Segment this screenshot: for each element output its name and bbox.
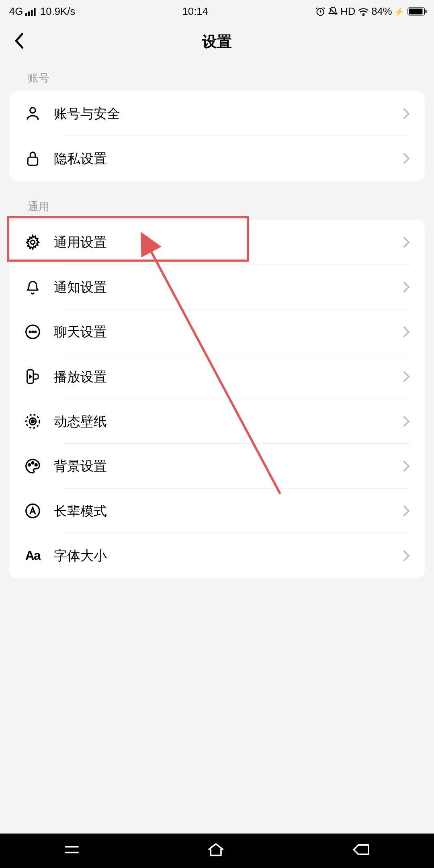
- nav-recent-button[interactable]: [63, 843, 80, 858]
- chevron-right-icon: [403, 461, 410, 472]
- back-button[interactable]: [14, 32, 24, 51]
- svg-rect-1: [28, 12, 30, 16]
- row-label: 通用设置: [54, 233, 403, 251]
- chevron-right-icon: [403, 237, 410, 248]
- chevron-right-icon: [403, 416, 410, 427]
- svg-point-8: [31, 240, 35, 244]
- row-label: 长辈模式: [54, 502, 403, 520]
- chat-icon: [24, 323, 41, 340]
- section-label-general: 通用: [0, 181, 434, 220]
- nav-back-button[interactable]: [352, 843, 371, 859]
- signal-icon: [25, 7, 38, 16]
- svg-point-19: [35, 464, 37, 466]
- person-icon: [24, 105, 41, 122]
- battery-icon: [407, 8, 425, 16]
- target-dashed-icon: [24, 413, 41, 430]
- page-header: 设置: [0, 23, 434, 60]
- row-label: 通知设置: [54, 278, 403, 296]
- row-label: 背景设置: [54, 457, 403, 475]
- nav-bar: [0, 833, 434, 868]
- row-label: 动态壁纸: [54, 412, 403, 430]
- svg-rect-2: [31, 10, 33, 16]
- wifi-icon: [358, 7, 369, 16]
- row-playback[interactable]: 播放设置: [9, 354, 425, 399]
- gear-icon: [24, 233, 41, 251]
- section-label-account: 账号: [0, 60, 434, 91]
- row-label: 隐私设置: [54, 149, 403, 167]
- a-circle-icon: [24, 502, 41, 520]
- status-bar: 4G 10.9K/s 10:14 HD 84% ⚡: [0, 0, 434, 23]
- row-background[interactable]: 背景设置: [9, 444, 425, 488]
- svg-point-12: [35, 331, 36, 332]
- svg-point-10: [29, 331, 31, 332]
- network-type: 4G: [9, 6, 23, 18]
- lock-icon: [24, 150, 41, 167]
- svg-rect-7: [28, 157, 38, 165]
- row-live-wallpaper[interactable]: 动态壁纸: [9, 399, 425, 444]
- battery-percent: 84%: [371, 6, 392, 18]
- row-font-size[interactable]: Aa 字体大小: [9, 533, 425, 578]
- mute-icon: [328, 6, 338, 17]
- row-elder-mode[interactable]: 长辈模式: [9, 489, 425, 533]
- row-general-settings[interactable]: 通用设置: [9, 220, 425, 264]
- svg-rect-0: [25, 13, 27, 16]
- play-icon: [24, 368, 41, 385]
- svg-point-11: [32, 331, 33, 332]
- row-label: 字体大小: [54, 547, 403, 565]
- chevron-right-icon: [403, 108, 410, 120]
- network-speed: 10.9K/s: [40, 6, 75, 18]
- svg-point-6: [30, 108, 35, 113]
- svg-rect-3: [34, 8, 35, 16]
- font-size-icon: Aa: [24, 547, 41, 564]
- row-chat[interactable]: 聊天设置: [9, 309, 425, 354]
- card-general: 通用设置 通知设置 聊天设置 播放设置 动态壁纸: [9, 220, 425, 578]
- svg-point-5: [363, 15, 364, 16]
- chevron-right-icon: [403, 371, 410, 383]
- nav-home-button[interactable]: [206, 841, 226, 860]
- chevron-right-icon: [403, 153, 410, 164]
- page-title: 设置: [202, 32, 232, 52]
- svg-point-16: [31, 420, 34, 423]
- bell-icon: [24, 278, 41, 296]
- row-notification[interactable]: 通知设置: [9, 265, 425, 309]
- chevron-right-icon: [403, 326, 410, 338]
- palette-icon: [24, 458, 41, 475]
- chevron-right-icon: [403, 505, 410, 517]
- hd-indicator: HD: [340, 6, 355, 18]
- row-privacy[interactable]: 隐私设置: [9, 136, 425, 181]
- alarm-icon: [315, 6, 326, 17]
- row-label: 账号与安全: [54, 105, 403, 123]
- row-label: 播放设置: [54, 368, 403, 385]
- chevron-right-icon: [403, 550, 410, 562]
- svg-point-17: [29, 464, 31, 466]
- row-label: 聊天设置: [54, 323, 403, 341]
- chevron-right-icon: [403, 281, 410, 293]
- status-time: 10:14: [182, 6, 208, 18]
- row-account-security[interactable]: 账号与安全: [9, 91, 425, 136]
- card-account: 账号与安全 隐私设置: [9, 91, 425, 181]
- svg-point-18: [32, 462, 34, 464]
